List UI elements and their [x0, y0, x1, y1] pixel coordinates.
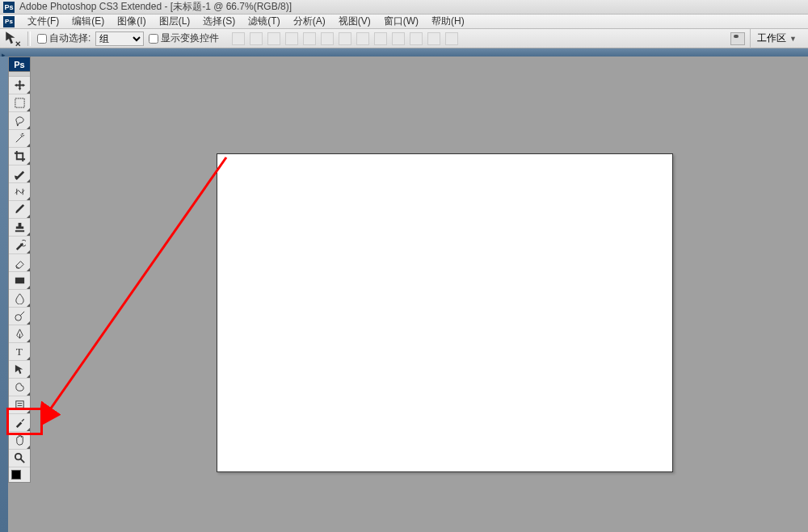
- gradient-tool[interactable]: [9, 272, 30, 290]
- dist-vcenter-icon: [356, 32, 369, 45]
- stamp-tool[interactable]: [9, 219, 30, 237]
- eraser-tool[interactable]: [9, 254, 30, 272]
- dist-bottom-icon: [374, 32, 387, 45]
- align-vcenter-icon: [250, 32, 263, 45]
- menu-image[interactable]: 图像(I): [111, 15, 152, 28]
- eyedrop-tool[interactable]: [9, 414, 30, 432]
- ps-logo-icon: Ps: [3, 16, 15, 27]
- show-transform-checkbox[interactable]: 显示变换控件: [149, 31, 219, 45]
- menu-window[interactable]: 窗口(W): [377, 15, 425, 28]
- menu-edit[interactable]: 编辑(E): [65, 15, 111, 28]
- menu-select[interactable]: 选择(S): [196, 15, 242, 28]
- foreground-color[interactable]: [11, 470, 21, 480]
- svg-rect-5: [15, 401, 23, 408]
- menu-filter[interactable]: 滤镜(T): [242, 15, 286, 28]
- auto-select-box[interactable]: [37, 34, 47, 44]
- lasso-tool[interactable]: [9, 112, 30, 130]
- dist-top-icon: [339, 32, 351, 45]
- type-tool[interactable]: T: [9, 343, 30, 361]
- history-tool[interactable]: [9, 237, 30, 254]
- document-canvas[interactable]: [217, 153, 673, 472]
- align-hcenter-icon: [303, 32, 316, 45]
- align-icons-group: [232, 32, 458, 45]
- menu-view[interactable]: 视图(V): [332, 15, 377, 28]
- crop-tool[interactable]: [9, 148, 30, 165]
- options-bar: 自动选择: 组 显示变换控件 工作区 ▼: [0, 29, 808, 48]
- panel-dock-strip-left[interactable]: [0, 57, 8, 532]
- dist-hcenter-icon: [410, 32, 423, 45]
- brush-tool[interactable]: [9, 201, 30, 219]
- align-bottom-icon: [267, 32, 280, 45]
- chevron-down-icon: ▼: [789, 35, 797, 43]
- menu-bar: Ps 文件(F) 编辑(E) 图像(I) 图层(L) 选择(S) 滤镜(T) 分…: [0, 15, 808, 29]
- zoom-tool[interactable]: [9, 450, 30, 467]
- align-right-icon: [321, 32, 334, 45]
- move-tool[interactable]: [9, 77, 30, 94]
- auto-select-checkbox[interactable]: 自动选择:: [37, 31, 90, 45]
- dist-right-icon: [427, 32, 440, 45]
- hand-tool[interactable]: [9, 432, 30, 450]
- app-icon: Ps: [3, 2, 15, 13]
- menu-file[interactable]: 文件(F): [21, 15, 65, 28]
- notes-tool[interactable]: [9, 396, 30, 414]
- pen-tool[interactable]: [9, 325, 30, 343]
- svg-point-6: [15, 454, 21, 460]
- main-workspace: Ps T: [0, 57, 808, 532]
- workspace-icon[interactable]: [730, 32, 745, 45]
- path-tool[interactable]: [9, 361, 30, 379]
- wand-tool[interactable]: [9, 130, 30, 148]
- menu-help[interactable]: 帮助(H): [425, 15, 471, 28]
- align-left-icon: [285, 32, 298, 45]
- blur-tool[interactable]: [9, 290, 30, 308]
- app-title-bar: Ps Adobe Photoshop CS3 Extended - [未标题-1…: [0, 0, 808, 15]
- show-transform-label: 显示变换控件: [161, 31, 219, 45]
- separator: [27, 31, 31, 46]
- slice-tool[interactable]: [9, 165, 30, 183]
- svg-rect-1: [15, 278, 23, 284]
- menu-analysis[interactable]: 分析(A): [287, 15, 332, 28]
- toolbox-header-icon[interactable]: Ps: [9, 57, 30, 72]
- color-swatch[interactable]: [9, 467, 30, 482]
- dist-left-icon: [392, 32, 405, 45]
- dodge-tool[interactable]: [9, 308, 30, 325]
- toolbox: Ps T: [8, 57, 31, 483]
- panel-dock-strip-top[interactable]: ▸: [0, 48, 808, 57]
- shape-tool[interactable]: [9, 379, 30, 396]
- window-title: Adobe Photoshop CS3 Extended - [未标题-1 @ …: [19, 0, 292, 14]
- auto-select-dropdown[interactable]: 组: [95, 31, 144, 46]
- move-indicator-icon[interactable]: [5, 31, 21, 46]
- workspace-label: 工作区: [757, 31, 786, 45]
- align-top-icon: [232, 32, 245, 45]
- menu-layer[interactable]: 图层(L): [153, 15, 197, 28]
- svg-line-7: [48, 157, 226, 412]
- workspace-dropdown[interactable]: 工作区 ▼: [750, 29, 803, 48]
- svg-rect-0: [15, 98, 23, 107]
- show-transform-box[interactable]: [149, 34, 158, 44]
- annotation-arrow: [40, 153, 234, 428]
- svg-point-3: [15, 315, 21, 321]
- svg-text:T: T: [15, 346, 22, 358]
- auto-select-label: 自动选择:: [49, 31, 90, 45]
- auto-align-icon: [445, 32, 458, 45]
- marquee-tool[interactable]: [9, 94, 30, 112]
- healing-tool[interactable]: [9, 183, 30, 201]
